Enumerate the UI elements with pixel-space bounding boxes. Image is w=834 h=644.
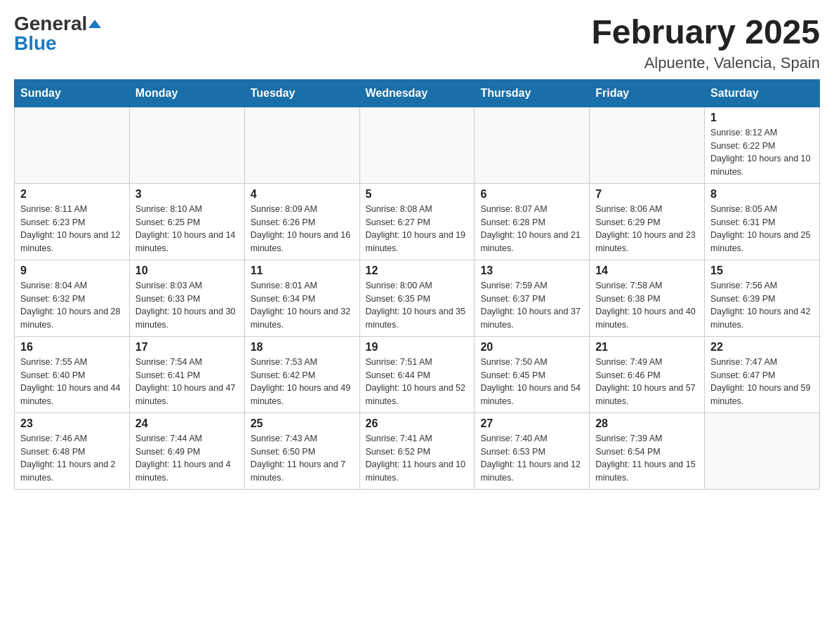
day-info: Sunrise: 8:04 AMSunset: 6:32 PMDaylight:…	[20, 279, 124, 332]
day-number: 2	[20, 188, 124, 201]
week-row-5: 23Sunrise: 7:46 AMSunset: 6:48 PMDayligh…	[15, 412, 820, 489]
logo-general-text: General	[14, 14, 87, 34]
header-monday: Monday	[129, 79, 244, 107]
calendar-cell: 26Sunrise: 7:41 AMSunset: 6:52 PMDayligh…	[359, 412, 475, 489]
calendar-cell: 11Sunrise: 8:01 AMSunset: 6:34 PMDayligh…	[244, 260, 359, 336]
calendar-cell: 9Sunrise: 8:04 AMSunset: 6:32 PMDaylight…	[15, 260, 130, 336]
calendar-header: Sunday Monday Tuesday Wednesday Thursday…	[15, 79, 820, 107]
day-number: 24	[135, 417, 239, 430]
calendar-cell: 18Sunrise: 7:53 AMSunset: 6:42 PMDayligh…	[244, 336, 359, 412]
calendar-cell: 12Sunrise: 8:00 AMSunset: 6:35 PMDayligh…	[359, 260, 475, 336]
calendar-cell: 16Sunrise: 7:55 AMSunset: 6:40 PMDayligh…	[15, 336, 130, 412]
header-sunday: Sunday	[15, 79, 130, 107]
page-header: General Blue February 2025 Alpuente, Val…	[14, 14, 820, 72]
day-info: Sunrise: 7:54 AMSunset: 6:41 PMDaylight:…	[135, 356, 239, 408]
calendar-cell: 2Sunrise: 8:11 AMSunset: 6:23 PMDaylight…	[15, 183, 130, 260]
day-number: 13	[480, 264, 583, 277]
calendar-cell: 21Sunrise: 7:49 AMSunset: 6:46 PMDayligh…	[590, 336, 705, 412]
day-info: Sunrise: 8:00 AMSunset: 6:35 PMDaylight:…	[366, 279, 469, 332]
day-number: 17	[135, 341, 239, 354]
day-info: Sunrise: 8:08 AMSunset: 6:27 PMDaylight:…	[366, 203, 469, 255]
calendar-cell: 24Sunrise: 7:44 AMSunset: 6:49 PMDayligh…	[129, 412, 244, 489]
day-info: Sunrise: 7:58 AMSunset: 6:38 PMDaylight:…	[595, 279, 699, 332]
day-info: Sunrise: 7:59 AMSunset: 6:37 PMDaylight:…	[480, 279, 583, 332]
day-info: Sunrise: 7:44 AMSunset: 6:49 PMDaylight:…	[135, 432, 239, 485]
day-info: Sunrise: 7:56 AMSunset: 6:39 PMDaylight:…	[710, 279, 814, 332]
calendar-cell	[475, 107, 590, 183]
day-number: 19	[366, 341, 469, 354]
calendar-cell: 7Sunrise: 8:06 AMSunset: 6:29 PMDaylight…	[590, 183, 705, 260]
calendar-body: 1Sunrise: 8:12 AMSunset: 6:22 PMDaylight…	[15, 107, 820, 489]
calendar-cell: 1Sunrise: 8:12 AMSunset: 6:22 PMDaylight…	[705, 107, 820, 183]
day-info: Sunrise: 7:47 AMSunset: 6:47 PMDaylight:…	[710, 356, 814, 408]
day-info: Sunrise: 7:41 AMSunset: 6:52 PMDaylight:…	[366, 432, 469, 485]
day-info: Sunrise: 8:01 AMSunset: 6:34 PMDaylight:…	[251, 279, 354, 332]
day-number: 23	[20, 417, 124, 430]
calendar-cell: 20Sunrise: 7:50 AMSunset: 6:45 PMDayligh…	[475, 336, 590, 412]
header-friday: Friday	[590, 79, 705, 107]
calendar-cell: 10Sunrise: 8:03 AMSunset: 6:33 PMDayligh…	[129, 260, 244, 336]
day-number: 10	[135, 264, 239, 277]
day-number: 14	[595, 264, 699, 277]
calendar-cell	[15, 107, 130, 183]
calendar-cell: 28Sunrise: 7:39 AMSunset: 6:54 PMDayligh…	[590, 412, 705, 489]
day-number: 4	[251, 188, 354, 201]
calendar-cell: 8Sunrise: 8:05 AMSunset: 6:31 PMDaylight…	[705, 183, 820, 260]
day-info: Sunrise: 8:12 AMSunset: 6:22 PMDaylight:…	[710, 126, 814, 179]
calendar-cell	[129, 107, 244, 183]
day-info: Sunrise: 7:46 AMSunset: 6:48 PMDaylight:…	[20, 432, 124, 485]
day-info: Sunrise: 8:07 AMSunset: 6:28 PMDaylight:…	[480, 203, 583, 255]
day-info: Sunrise: 8:06 AMSunset: 6:29 PMDaylight:…	[595, 203, 699, 255]
day-info: Sunrise: 8:03 AMSunset: 6:33 PMDaylight:…	[135, 279, 239, 332]
day-number: 12	[366, 264, 469, 277]
day-info: Sunrise: 7:53 AMSunset: 6:42 PMDaylight:…	[251, 356, 354, 408]
day-number: 22	[710, 341, 814, 354]
day-number: 25	[251, 417, 354, 430]
logo-arrow-icon	[87, 17, 102, 35]
week-row-2: 2Sunrise: 8:11 AMSunset: 6:23 PMDaylight…	[15, 183, 820, 260]
day-info: Sunrise: 7:51 AMSunset: 6:44 PMDaylight:…	[366, 356, 469, 408]
day-number: 28	[595, 417, 699, 430]
day-number: 3	[135, 188, 239, 201]
day-number: 6	[480, 188, 583, 201]
calendar-cell: 19Sunrise: 7:51 AMSunset: 6:44 PMDayligh…	[359, 336, 475, 412]
day-number: 16	[20, 341, 124, 354]
calendar-cell: 13Sunrise: 7:59 AMSunset: 6:37 PMDayligh…	[475, 260, 590, 336]
day-info: Sunrise: 8:05 AMSunset: 6:31 PMDaylight:…	[710, 203, 814, 255]
calendar-cell: 4Sunrise: 8:09 AMSunset: 6:26 PMDaylight…	[244, 183, 359, 260]
location-subtitle: Alpuente, Valencia, Spain	[591, 54, 820, 72]
calendar-cell: 5Sunrise: 8:08 AMSunset: 6:27 PMDaylight…	[359, 183, 475, 260]
calendar-cell: 14Sunrise: 7:58 AMSunset: 6:38 PMDayligh…	[590, 260, 705, 336]
calendar-cell: 23Sunrise: 7:46 AMSunset: 6:48 PMDayligh…	[15, 412, 130, 489]
day-number: 18	[251, 341, 354, 354]
day-info: Sunrise: 7:43 AMSunset: 6:50 PMDaylight:…	[251, 432, 354, 485]
day-number: 26	[366, 417, 469, 430]
day-info: Sunrise: 7:50 AMSunset: 6:45 PMDaylight:…	[480, 356, 583, 408]
calendar-cell: 27Sunrise: 7:40 AMSunset: 6:53 PMDayligh…	[475, 412, 590, 489]
calendar-cell	[359, 107, 475, 183]
calendar-cell: 15Sunrise: 7:56 AMSunset: 6:39 PMDayligh…	[705, 260, 820, 336]
day-info: Sunrise: 8:09 AMSunset: 6:26 PMDaylight:…	[251, 203, 354, 255]
calendar-table: Sunday Monday Tuesday Wednesday Thursday…	[14, 79, 820, 490]
day-number: 15	[710, 264, 814, 277]
day-number: 11	[251, 264, 354, 277]
day-info: Sunrise: 7:40 AMSunset: 6:53 PMDaylight:…	[480, 432, 583, 485]
day-number: 27	[480, 417, 583, 430]
calendar-cell: 25Sunrise: 7:43 AMSunset: 6:50 PMDayligh…	[244, 412, 359, 489]
calendar-cell	[590, 107, 705, 183]
day-number: 7	[595, 188, 699, 201]
calendar-cell: 6Sunrise: 8:07 AMSunset: 6:28 PMDaylight…	[475, 183, 590, 260]
month-year-title: February 2025	[591, 14, 820, 51]
day-info: Sunrise: 7:49 AMSunset: 6:46 PMDaylight:…	[595, 356, 699, 408]
weekday-header-row: Sunday Monday Tuesday Wednesday Thursday…	[15, 79, 820, 107]
logo: General Blue	[14, 14, 102, 53]
calendar-cell: 22Sunrise: 7:47 AMSunset: 6:47 PMDayligh…	[705, 336, 820, 412]
header-thursday: Thursday	[475, 79, 590, 107]
day-number: 21	[595, 341, 699, 354]
day-number: 9	[20, 264, 124, 277]
week-row-1: 1Sunrise: 8:12 AMSunset: 6:22 PMDaylight…	[15, 107, 820, 183]
calendar-cell: 3Sunrise: 8:10 AMSunset: 6:25 PMDaylight…	[129, 183, 244, 260]
day-number: 20	[480, 341, 583, 354]
day-info: Sunrise: 8:11 AMSunset: 6:23 PMDaylight:…	[20, 203, 124, 255]
header-wednesday: Wednesday	[359, 79, 475, 107]
